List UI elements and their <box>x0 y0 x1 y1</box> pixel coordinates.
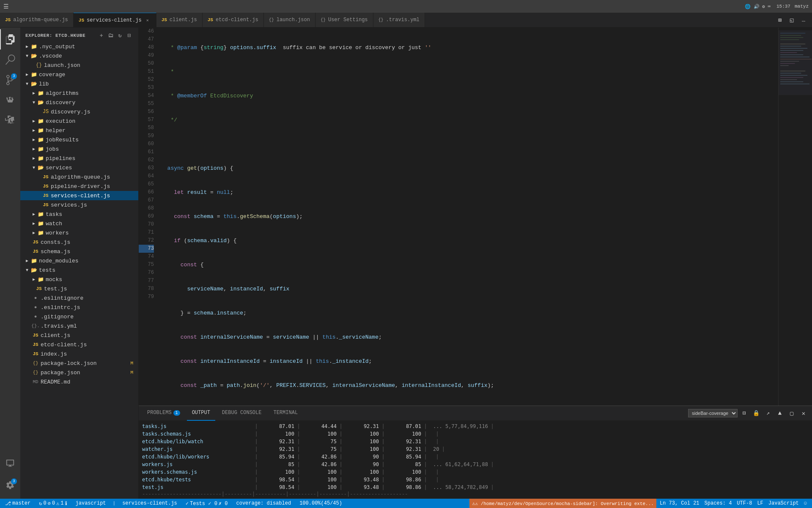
sidebar-item-vscode[interactable]: ▼ 📂 .vscode <box>20 51 138 61</box>
code-container[interactable]: 46 47 48 49 50 51 52 53 54 55 56 57 58 5… <box>139 28 812 406</box>
sidebar-item-discovery[interactable]: ▼ 📂 discovery <box>20 98 138 107</box>
sidebar-item-nyc-output[interactable]: ▶ 📁 .nyc_output <box>20 42 138 51</box>
panel-max-button[interactable]: ▢ <box>787 408 797 418</box>
sync-status[interactable]: ↻ 0 ⊘ 0 ⚠ 1 ℹ <box>37 500 69 507</box>
cursor-position[interactable]: Ln 73, Col 21 <box>658 500 701 506</box>
coverage-status[interactable]: coverage: disabled <box>235 500 293 506</box>
language-mode-status[interactable]: JavaScript <box>767 500 801 506</box>
extensions-icon <box>5 116 15 126</box>
sidebar-item-package-lock-json[interactable]: {} package-lock.json M <box>20 359 138 368</box>
sidebar-item-lib[interactable]: ▼ 📂 lib <box>20 79 138 88</box>
activity-extensions[interactable] <box>0 110 20 131</box>
sidebar-item-workers[interactable]: ▶ 📁 workers <box>20 228 138 237</box>
spaces-setting[interactable]: Spaces: 4 <box>703 500 734 506</box>
sidebar-item-algorithm-queue-js[interactable]: JS algorithm-queue.js <box>20 172 138 182</box>
terminal-label: TERMINAL <box>273 410 298 416</box>
sidebar-item-helper[interactable]: ▶ 📁 helper <box>20 126 138 135</box>
language-status[interactable]: javascript <box>74 500 108 506</box>
panel-close-button[interactable]: ✕ <box>798 408 809 418</box>
lock-output-button[interactable]: 🔒 <box>751 408 761 418</box>
refresh-button[interactable]: ↻ <box>116 32 124 39</box>
tab-algorithm-queue[interactable]: JS algorithm-queue.js <box>0 13 74 27</box>
editor-layout-button[interactable]: ◱ <box>787 15 797 25</box>
sidebar-item-coverage[interactable]: ▶ 📁 coverage <box>20 70 138 79</box>
activity-explorer[interactable] <box>0 29 20 50</box>
code-body[interactable]: * @param {string} options.suffix suffix … <box>157 28 778 406</box>
sidebar-item-consts-js[interactable]: JS consts.js <box>20 237 138 247</box>
sidebar-item-readme-md[interactable]: MD README.md <box>20 377 138 387</box>
tests-status[interactable]: ✓ Tests ✓ 0 ✗ 0 <box>184 500 230 507</box>
sidebar-item-etcd-client-js[interactable]: JS etcd-client.js <box>20 340 138 349</box>
activity-search[interactable] <box>0 50 20 70</box>
clear-output-button[interactable]: ⊟ <box>739 408 749 418</box>
sidebar-label-discovery-js: discovery.js <box>51 109 135 115</box>
sidebar-label-execution: execution <box>46 118 135 124</box>
warning-message[interactable]: ⚠ ⚠ /home/matyz/dev/OpenSource/mocha-sid… <box>469 499 656 508</box>
collapse-all-button[interactable]: ⊟ <box>126 32 133 39</box>
sidebar-item-travis-yml[interactable]: {}. .travis.yml <box>20 321 138 331</box>
sidebar-item-watch[interactable]: ▶ 📁 watch <box>20 219 138 228</box>
sidebar-item-launch-json[interactable]: {} launch.json <box>20 61 138 70</box>
activity-debug[interactable] <box>0 90 20 110</box>
sidebar-label-vscode: .vscode <box>39 53 135 59</box>
git-branch-status[interactable]: ⎇ master <box>3 500 32 507</box>
sidebar-item-node-modules[interactable]: ▶ 📁 node_modules <box>20 256 138 265</box>
tab-client[interactable]: JS client.js <box>156 13 203 27</box>
panel-tab-debug-console[interactable]: DEBUG CONSOLE <box>217 406 267 421</box>
tab-services-client[interactable]: JS services-client.js ✕ <box>74 13 156 27</box>
activity-monitor[interactable] <box>0 453 20 473</box>
panel-tab-terminal[interactable]: TERMINAL <box>268 406 303 421</box>
chevron-down-icon: ▼ <box>24 80 30 87</box>
sidebar-item-services[interactable]: ▼ 📂 services <box>20 163 138 172</box>
sidebar-item-services-client-js[interactable]: JS services-client.js <box>20 191 138 200</box>
tab-user-settings[interactable]: {} User Settings <box>315 13 373 27</box>
panel-up-button[interactable]: ▲ <box>775 408 785 418</box>
sidebar-item-test-js[interactable]: JS test.js <box>20 284 138 293</box>
tab-etcd-client[interactable]: JS etcd-client.js <box>203 13 264 27</box>
sidebar-item-services-js[interactable]: JS services.js <box>20 200 138 210</box>
sidebar-item-eslintrc[interactable]: ● .eslintrc.js <box>20 303 138 312</box>
folder-icon: 📁 <box>37 136 44 143</box>
tab-launch-json[interactable]: {} launch.json <box>264 13 315 27</box>
file-status[interactable]: services-client.js <box>121 500 179 506</box>
sidebar-item-job-results[interactable]: ▶ 📁 jobResults <box>20 135 138 144</box>
panel-tab-output[interactable]: OUTPUT <box>187 406 215 421</box>
sidebar-item-jobs[interactable]: ▶ 📁 jobs <box>20 144 138 154</box>
open-editor-button[interactable]: ↗ <box>763 408 773 418</box>
more-actions-button[interactable]: … <box>798 15 809 25</box>
coverage-pct-status[interactable]: 100.00%(45/45) <box>298 500 344 506</box>
sidebar-item-pipeline-driver-js[interactable]: JS pipeline-driver.js <box>20 182 138 191</box>
activity-settings[interactable]: 3 <box>0 475 20 495</box>
folder-icon: 📁 <box>37 146 44 152</box>
sidebar-item-tasks[interactable]: ▶ 📁 tasks <box>20 210 138 219</box>
encoding-status[interactable]: UTF-8 <box>735 500 754 506</box>
minimap[interactable] <box>778 28 812 406</box>
new-folder-button[interactable]: 🗂 <box>107 32 115 39</box>
chevron-right-icon: ▶ <box>24 71 30 78</box>
sidebar-item-mocks[interactable]: ▶ 📁 mocks <box>20 275 138 284</box>
sidebar-item-schema-js[interactable]: JS schema.js <box>20 247 138 256</box>
sidebar-item-eslintignore[interactable]: ● .eslintignore <box>20 293 138 303</box>
sidebar-item-pipelines[interactable]: ▶ 📁 pipelines <box>20 154 138 163</box>
app-menu-icon[interactable]: ☰ <box>3 3 10 10</box>
line-endings-status[interactable]: LF <box>755 500 765 506</box>
sidebar-item-client-js[interactable]: JS client.js <box>20 331 138 340</box>
split-editor-button[interactable]: ⊞ <box>775 15 785 25</box>
feedback-button[interactable]: ☺ <box>802 500 809 506</box>
sidebar-item-index-js[interactable]: JS index.js <box>20 349 138 359</box>
chevron-right-icon: ▶ <box>30 118 37 124</box>
panel-tab-problems[interactable]: PROBLEMS 1 <box>142 406 185 421</box>
sidebar-item-gitignore[interactable]: ● .gitignore <box>20 312 138 321</box>
tab-close-services-client[interactable]: ✕ <box>144 17 151 24</box>
coverage-row: etcd.hkube/tests | 98.54 | 100 | 93.48 |… <box>139 476 812 483</box>
sidebar-item-algorithms[interactable]: ▶ 📁 algorithms <box>20 88 138 98</box>
tab-travis-yml[interactable]: {} .travis.yml <box>373 13 425 27</box>
sidebar-item-package-json[interactable]: {} package.json M <box>20 368 138 377</box>
new-file-button[interactable]: + <box>98 32 105 39</box>
coverage-source-select[interactable]: sideBar-coverage <box>688 409 738 417</box>
sidebar-item-discovery-js[interactable]: JS discovery.js <box>20 107 138 116</box>
activity-scm[interactable]: 3 <box>0 70 20 90</box>
sidebar-item-execution[interactable]: ▶ 📁 execution <box>20 116 138 126</box>
coverage-file: tasks.js <box>142 423 252 429</box>
sidebar-item-tests[interactable]: ▼ 📂 tests <box>20 265 138 275</box>
